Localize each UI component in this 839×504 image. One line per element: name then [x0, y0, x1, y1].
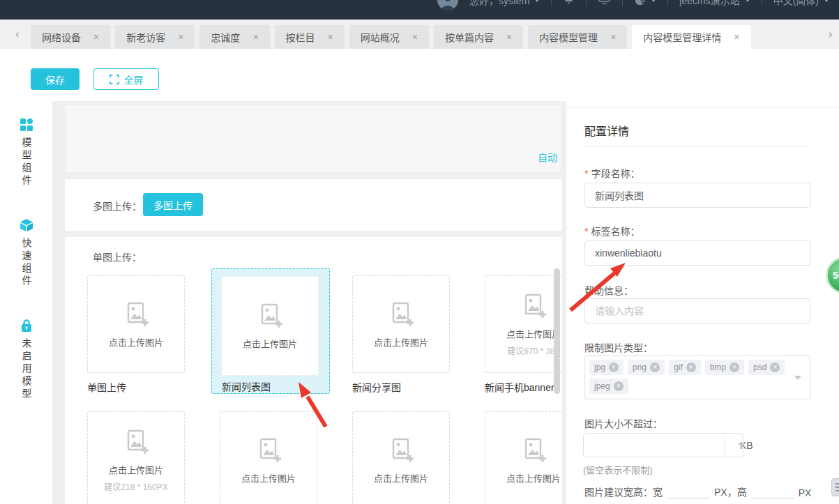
multi-upload-row: 多图上传： 多图上传	[65, 179, 562, 231]
close-tab-icon[interactable]: ×	[734, 32, 739, 42]
field-name-label: *字段名称：	[584, 166, 640, 180]
remove-tag-icon[interactable]: ×	[609, 362, 619, 372]
max-size-input[interactable]	[584, 434, 724, 457]
size-limit-hint: (留空表示不限制)	[583, 463, 653, 476]
single-upload-label: 单图上传：	[93, 250, 142, 264]
upload-card-news-list[interactable]: 点击上传图片	[221, 276, 319, 376]
max-size-label: 图片大小不超过：	[584, 416, 663, 430]
upload-card[interactable]: 点击上传图片	[220, 411, 317, 504]
globe-icon	[634, 0, 646, 6]
user-menu[interactable]: 您好，system	[469, 0, 540, 7]
image-plus-icon	[387, 300, 415, 328]
required-mark: *	[584, 168, 588, 179]
selected-field-news-list-image[interactable]: 点击上传图片 新闻列表图	[211, 268, 330, 394]
sidebar-item-model-components[interactable]: 模型组件	[20, 118, 33, 188]
save-button[interactable]: 保存	[31, 68, 80, 90]
tab-by-column[interactable]: 按栏目×	[275, 25, 345, 49]
help-info-input[interactable]	[584, 298, 810, 323]
close-tab-icon[interactable]: ×	[506, 32, 512, 42]
app-root: 您好，system	[0, 0, 839, 504]
bell-icon	[563, 0, 575, 5]
top-navbar: 您好，system	[0, 0, 839, 20]
image-plus-icon	[256, 302, 284, 330]
dimensions-label: 图片建议宽高：	[584, 484, 653, 498]
image-plus-icon	[520, 292, 547, 320]
card-label: 单图上传	[87, 380, 126, 394]
single-upload-panel: 单图上传： 点击上传图片 单图上传 点击上传图片 新闻列	[65, 237, 562, 504]
close-tab-icon[interactable]: ×	[412, 32, 418, 42]
notifications-button[interactable]	[563, 0, 575, 7]
image-types-select[interactable]: jpg× png× gif× bmp× psd× jpeg×	[584, 356, 810, 399]
tab-by-single-content[interactable]: 按单篇内容×	[434, 25, 523, 49]
divider	[667, 0, 668, 6]
remove-tag-icon[interactable]: ×	[686, 362, 696, 372]
divider	[584, 146, 809, 146]
tab-content-model-mgmt[interactable]: 内容模型管理×	[528, 25, 627, 49]
screen-button[interactable]	[598, 0, 611, 7]
vertical-scrollbar[interactable]	[554, 268, 560, 394]
close-tab-icon[interactable]: ×	[93, 32, 99, 42]
card-label: 新闻分享图	[352, 380, 401, 394]
tab-network-devices[interactable]: 网络设备×	[31, 25, 110, 49]
upload-card-news-share[interactable]: 点击上传图片	[352, 275, 450, 373]
language-label: 中文(简体)	[773, 0, 819, 7]
chevron-down-icon	[738, 443, 745, 448]
close-tab-icon[interactable]: ×	[178, 32, 183, 42]
upload-card[interactable]: 点击上传图片	[352, 411, 450, 504]
image-plus-icon	[255, 436, 282, 464]
tab-content-model-detail[interactable]: 内容模型管理详情×	[632, 25, 750, 49]
type-tag: bmp×	[705, 360, 744, 375]
tabs-scroll-right[interactable]: ›	[829, 28, 832, 40]
image-types-label: 限制图片类型：	[584, 340, 653, 354]
image-plus-icon	[520, 436, 547, 464]
upload-card[interactable]: 点击上传图片	[485, 411, 562, 504]
size-unit-select[interactable]: KB	[724, 434, 753, 457]
lock-icon	[20, 319, 33, 333]
autosave-link[interactable]: 自动	[538, 150, 557, 164]
upload-card[interactable]: 点击上传图片 建议218 * 160PX	[87, 411, 185, 504]
monitor-icon	[598, 0, 611, 5]
sidebar-item-disabled-models[interactable]: 未启用模型	[20, 319, 33, 401]
width-label: 宽	[653, 484, 663, 498]
remove-tag-icon[interactable]: ×	[770, 362, 780, 372]
close-tab-icon[interactable]: ×	[328, 32, 333, 42]
site-name: jeecms演示站	[679, 0, 739, 7]
image-plus-icon	[122, 428, 150, 456]
tabs-scroll-left[interactable]: ‹	[15, 28, 19, 40]
tag-name-label: *标签名称：	[584, 224, 640, 238]
upload-card-news-mobile-banner[interactable]: 点击上传图片 建议670 * 380	[485, 275, 562, 373]
form-header-panel: 自动	[65, 105, 562, 173]
close-tab-icon[interactable]: ×	[610, 32, 616, 42]
tab-site-overview[interactable]: 网站概况×	[349, 25, 429, 49]
chevron-down-icon	[534, 0, 540, 2]
multi-upload-button[interactable]: 多图上传	[143, 193, 203, 216]
user-avatar[interactable]	[437, 0, 458, 10]
suggest-width-input[interactable]	[667, 486, 710, 498]
fullscreen-button[interactable]: 全屏	[93, 68, 159, 90]
tab-bar: ‹ 网络设备× 新老访客× 忠诚度× 按栏目× 网站概况× 按单篇内容× 内容模…	[0, 20, 839, 49]
greeting-text: 您好，system	[469, 0, 529, 7]
remove-tag-icon[interactable]: ×	[650, 362, 660, 372]
tab-loyalty[interactable]: 忠诚度×	[199, 25, 269, 49]
close-tab-icon[interactable]: ×	[252, 32, 258, 42]
card-label: 新闻列表图	[222, 379, 271, 393]
site-switcher[interactable]: jeecms演示站	[679, 0, 750, 7]
floating-menu-button[interactable]	[831, 478, 839, 496]
theme-menu[interactable]	[634, 0, 656, 6]
remove-tag-icon[interactable]: ×	[614, 381, 623, 391]
divider	[586, 0, 587, 6]
suggest-height-input[interactable]	[751, 486, 794, 498]
language-switcher[interactable]: 中文(简体)	[773, 0, 829, 7]
tab-new-old-visitors[interactable]: 新老访客×	[115, 25, 195, 49]
type-tag: psd×	[748, 360, 785, 375]
upload-card-single[interactable]: 点击上传图片	[87, 275, 185, 373]
field-name-input[interactable]	[584, 183, 810, 208]
cube-icon	[20, 218, 33, 232]
sidebar-item-quick-components[interactable]: 快速组件	[20, 218, 33, 288]
max-size-field: KB	[583, 433, 743, 457]
tag-name-input[interactable]	[584, 240, 810, 266]
card-label: 新闻手机banner	[485, 380, 554, 394]
divider	[622, 0, 623, 6]
chevron-down-icon	[794, 376, 801, 380]
remove-tag-icon[interactable]: ×	[730, 362, 739, 372]
